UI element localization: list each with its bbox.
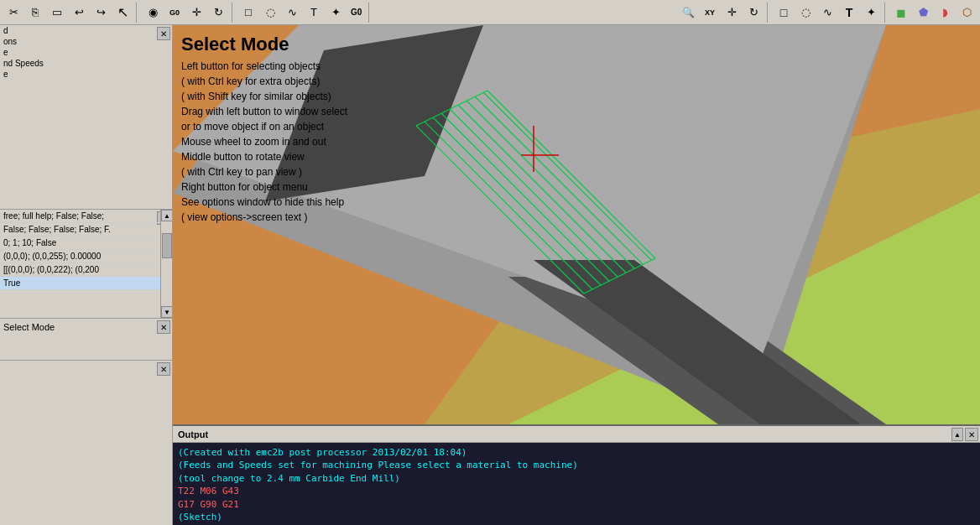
pan-icon[interactable]: ✛ (722, 3, 742, 23)
data-row-2: False; False; False; False; F. (0, 223, 160, 237)
output-line-3: (tool change to 2.4 mm Carbide End Mill) (178, 472, 975, 485)
prop-row-3: e (0, 47, 172, 58)
output-line-6: (Sketch) (178, 511, 975, 523)
bottom-left-close-button[interactable]: ✕ (157, 362, 170, 376)
scroll-up-arrow[interactable]: ▲ (161, 210, 172, 221)
prop-row-4: nd Speeds (0, 58, 172, 69)
toolbar-separator-1 (136, 3, 139, 23)
rect-icon[interactable]: ▭ (47, 3, 67, 23)
data-section: ✕ free; full help; False; False; False; … (0, 210, 172, 319)
data-row-3: 0; 1; 10; False (0, 237, 160, 250)
ellipse3d-icon[interactable]: ◌ (795, 3, 816, 23)
bottom-left-section: ✕ (0, 361, 172, 525)
toolbar-separator-2 (232, 3, 235, 23)
anchor-icon[interactable]: ✦ (861, 3, 881, 23)
xyz-label[interactable]: G0 (164, 3, 185, 23)
output-header: Output ✕ ▲ (173, 426, 980, 443)
lasso-icon[interactable]: ◌ (260, 3, 280, 23)
output-line-5: G17 G90 G21 (178, 498, 975, 511)
toolbar: ✂ ⎘ ▭ ↩ ↪ ↖ ◉ G0 ✛ ↻ □ ◌ ∿ T ✦ G0 🔍 XY ✛… (0, 0, 980, 25)
text-tool-icon[interactable]: T (304, 3, 324, 23)
mode-label: Select Mode (3, 322, 169, 332)
copy-icon[interactable]: ⎘ (25, 3, 45, 23)
rotate3d-icon[interactable]: ↻ (743, 3, 764, 23)
sphere3d-icon[interactable]: ⬟ (913, 3, 933, 23)
data-row-1: free; full help; False; False; (0, 210, 160, 223)
output-close-button[interactable]: ✕ (965, 428, 978, 441)
data-row-last: True (0, 277, 160, 290)
circle-icon[interactable]: ◉ (143, 3, 163, 23)
text3d-icon[interactable]: T (839, 3, 859, 23)
go-button[interactable]: G0 (347, 8, 365, 17)
prop-row-1: d (0, 25, 172, 36)
bezier-icon[interactable]: ∿ (817, 3, 837, 23)
properties-close-button[interactable]: ✕ (157, 27, 170, 40)
properties-section: ✕ d ons e nd Speeds e (0, 25, 172, 210)
prop-row-5: e (0, 69, 172, 80)
move-icon[interactable]: ✛ (186, 3, 206, 23)
path-icon[interactable]: ∿ (282, 3, 302, 23)
data-scrollbar[interactable]: ▲ ▼ (160, 210, 172, 318)
toolbar-separator-5 (884, 3, 888, 23)
xy-view-icon[interactable]: XY (700, 3, 720, 23)
scroll-down-arrow[interactable]: ▼ (161, 306, 172, 318)
output-panel: Output ✕ ▲ (Created with emc2b post proc… (173, 424, 980, 525)
output-line-1: (Created with emc2b post processor 2013/… (178, 446, 975, 459)
box-select-icon[interactable]: □ (238, 3, 258, 23)
toolbar-separator-3 (368, 3, 372, 23)
undo-icon[interactable]: ↩ (69, 3, 89, 23)
mode-close-button[interactable]: ✕ (157, 320, 170, 334)
scroll-thumb[interactable] (162, 233, 172, 258)
data-row-4: (0,0,0); (0,0,255); 0.00000 (0, 250, 160, 263)
shape1-icon[interactable]: ◗ (935, 3, 955, 23)
mode-section: ✕ Select Mode (0, 319, 172, 361)
star-icon[interactable]: ✦ (326, 3, 346, 23)
output-line-2: (Feeds and Speeds set for machining Plea… (178, 459, 975, 471)
zoom-icon[interactable]: 🔍 (678, 3, 698, 23)
cube3d-icon[interactable]: ◼ (891, 3, 911, 23)
data-row-5: [[(0,0,0); (0,0,222); (0,200 (0, 263, 160, 277)
output-scroll-up[interactable]: ▲ (951, 428, 963, 441)
output-content: (Created with emc2b post processor 2013/… (173, 443, 980, 525)
shape2-icon[interactable]: ⬡ (957, 3, 977, 23)
output-line-4: T22 M06 G43 (178, 485, 975, 497)
box3d-icon[interactable]: □ (774, 3, 794, 23)
output-title: Output (178, 429, 208, 439)
prop-row-2: ons (0, 36, 172, 47)
toolbar-separator-4 (767, 3, 770, 23)
rotate-icon[interactable]: ↻ (208, 3, 228, 23)
toolbar-right: 🔍 XY ✛ ↻ □ ◌ ∿ T ✦ ◼ ⬟ ◗ ⬡ (678, 3, 977, 23)
cut-icon[interactable]: ✂ (3, 3, 23, 23)
main-viewport[interactable]: Select Mode Left button for selecting ob… (173, 25, 980, 424)
select-arrow-icon[interactable]: ↖ (112, 3, 133, 23)
left-panel: ✕ d ons e nd Speeds e ✕ free; full help;… (0, 25, 173, 525)
canvas-svg (173, 25, 980, 424)
redo-icon[interactable]: ↪ (91, 3, 111, 23)
